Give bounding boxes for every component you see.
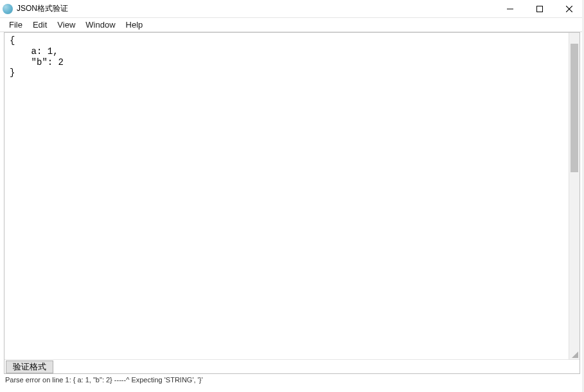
verify-button[interactable]: 验证格式 xyxy=(6,361,53,373)
menubar: File Edit View Window Help xyxy=(0,18,584,32)
close-button[interactable] xyxy=(554,0,584,17)
status-message: Parse error on line 1: { a: 1, "b": 2} -… xyxy=(5,376,203,384)
vertical-scrollbar[interactable] xyxy=(569,33,580,359)
maximize-button[interactable] xyxy=(525,0,554,17)
minimize-icon xyxy=(507,6,513,12)
editor-wrap xyxy=(4,33,580,359)
menu-view[interactable]: View xyxy=(52,19,80,31)
minimize-button[interactable] xyxy=(495,0,525,17)
window-title: JSON格式验证 xyxy=(17,3,68,14)
json-editor[interactable] xyxy=(4,33,580,359)
menu-help[interactable]: Help xyxy=(121,19,148,31)
close-icon xyxy=(566,6,572,12)
titlebar: JSON格式验证 xyxy=(0,0,584,18)
content-area: 验证格式 xyxy=(4,32,580,374)
scrollbar-thumb[interactable] xyxy=(571,44,578,172)
statusbar: Parse error on line 1: { a: 1, "b": 2} -… xyxy=(4,374,580,386)
button-row: 验证格式 xyxy=(4,359,580,373)
window-controls xyxy=(495,0,584,17)
menu-edit[interactable]: Edit xyxy=(28,19,52,31)
menu-window[interactable]: Window xyxy=(80,19,120,31)
menu-file[interactable]: File xyxy=(4,19,28,31)
titlebar-left: JSON格式验证 xyxy=(3,3,68,14)
svg-rect-1 xyxy=(537,6,543,12)
app-icon xyxy=(3,4,13,14)
resize-grip[interactable] xyxy=(571,350,578,358)
maximize-icon xyxy=(536,6,543,12)
